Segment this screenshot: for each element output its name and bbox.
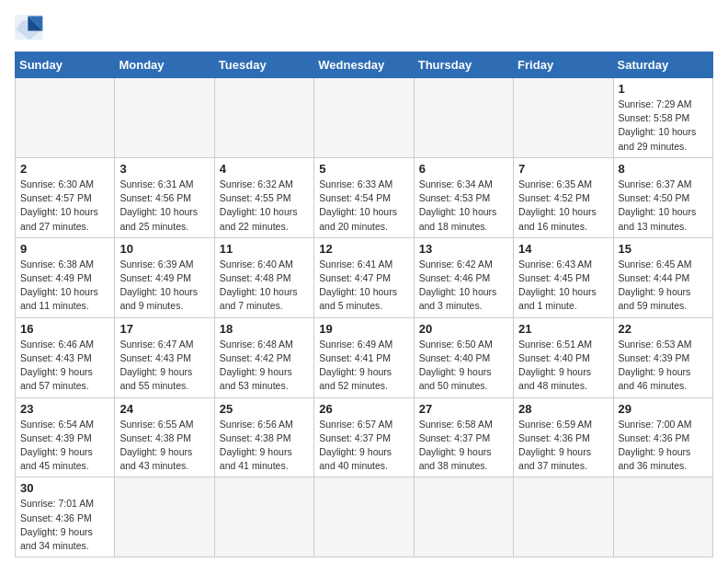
day-number: 11 <box>220 242 309 256</box>
day-info: Sunrise: 7:01 AM Sunset: 4:36 PM Dayligh… <box>20 497 109 553</box>
day-info: Sunrise: 6:39 AM Sunset: 4:49 PM Dayligh… <box>119 258 209 314</box>
week-row-4: 16Sunrise: 6:46 AM Sunset: 4:43 PM Dayli… <box>16 317 713 397</box>
day-cell <box>314 477 414 557</box>
day-cell <box>514 477 613 557</box>
day-cell: 28Sunrise: 6:59 AM Sunset: 4:36 PM Dayli… <box>514 397 613 477</box>
day-cell <box>115 477 214 557</box>
col-header-tuesday: Tuesday <box>214 52 313 78</box>
day-cell <box>115 78 214 158</box>
day-info: Sunrise: 6:31 AM Sunset: 4:56 PM Dayligh… <box>119 178 209 234</box>
day-number: 5 <box>319 162 408 176</box>
day-info: Sunrise: 6:37 AM Sunset: 4:50 PM Dayligh… <box>619 178 708 234</box>
logo-icon <box>15 15 44 40</box>
day-cell: 20Sunrise: 6:50 AM Sunset: 4:40 PM Dayli… <box>414 317 513 397</box>
day-cell <box>414 477 513 557</box>
day-number: 19 <box>319 322 408 336</box>
week-row-5: 23Sunrise: 6:54 AM Sunset: 4:39 PM Dayli… <box>16 397 713 477</box>
day-cell: 16Sunrise: 6:46 AM Sunset: 4:43 PM Dayli… <box>16 317 115 397</box>
day-cell: 9Sunrise: 6:38 AM Sunset: 4:49 PM Daylig… <box>16 237 115 317</box>
day-cell <box>214 477 313 557</box>
day-info: Sunrise: 6:58 AM Sunset: 4:37 PM Dayligh… <box>419 418 508 474</box>
calendar-table: SundayMondayTuesdayWednesdayThursdayFrid… <box>15 52 713 557</box>
day-cell: 18Sunrise: 6:48 AM Sunset: 4:42 PM Dayli… <box>214 317 313 397</box>
day-cell: 11Sunrise: 6:40 AM Sunset: 4:48 PM Dayli… <box>214 237 313 317</box>
day-number: 13 <box>419 242 508 256</box>
day-number: 26 <box>319 402 408 416</box>
logo <box>15 15 48 40</box>
day-number: 6 <box>419 162 508 176</box>
col-header-saturday: Saturday <box>613 52 712 78</box>
day-info: Sunrise: 6:51 AM Sunset: 4:40 PM Dayligh… <box>518 338 608 394</box>
day-info: Sunrise: 6:45 AM Sunset: 4:44 PM Dayligh… <box>619 258 708 314</box>
day-cell: 17Sunrise: 6:47 AM Sunset: 4:43 PM Dayli… <box>115 317 214 397</box>
day-cell: 26Sunrise: 6:57 AM Sunset: 4:37 PM Dayli… <box>314 397 414 477</box>
col-header-friday: Friday <box>514 52 613 78</box>
day-cell: 12Sunrise: 6:41 AM Sunset: 4:47 PM Dayli… <box>314 237 414 317</box>
week-row-6: 30Sunrise: 7:01 AM Sunset: 4:36 PM Dayli… <box>16 477 713 557</box>
day-number: 3 <box>119 162 209 176</box>
day-cell: 29Sunrise: 7:00 AM Sunset: 4:36 PM Dayli… <box>613 397 712 477</box>
day-cell: 19Sunrise: 6:49 AM Sunset: 4:41 PM Dayli… <box>314 317 414 397</box>
day-cell: 13Sunrise: 6:42 AM Sunset: 4:46 PM Dayli… <box>414 237 513 317</box>
day-info: Sunrise: 6:38 AM Sunset: 4:49 PM Dayligh… <box>20 258 109 314</box>
day-number: 10 <box>119 242 209 256</box>
day-number: 9 <box>20 242 109 256</box>
day-cell: 15Sunrise: 6:45 AM Sunset: 4:44 PM Dayli… <box>613 237 712 317</box>
day-number: 27 <box>419 402 508 416</box>
day-number: 30 <box>20 481 109 495</box>
day-cell: 1Sunrise: 7:29 AM Sunset: 5:58 PM Daylig… <box>613 78 712 158</box>
day-number: 15 <box>619 242 708 256</box>
day-cell <box>613 477 712 557</box>
day-number: 20 <box>419 322 508 336</box>
col-header-sunday: Sunday <box>16 52 115 78</box>
day-number: 28 <box>518 402 608 416</box>
day-cell: 6Sunrise: 6:34 AM Sunset: 4:53 PM Daylig… <box>414 157 513 237</box>
day-number: 17 <box>119 322 209 336</box>
day-cell <box>514 78 613 158</box>
day-info: Sunrise: 6:54 AM Sunset: 4:39 PM Dayligh… <box>20 418 109 474</box>
day-info: Sunrise: 6:49 AM Sunset: 4:41 PM Dayligh… <box>319 338 408 394</box>
day-info: Sunrise: 6:53 AM Sunset: 4:39 PM Dayligh… <box>619 338 708 394</box>
day-info: Sunrise: 6:57 AM Sunset: 4:37 PM Dayligh… <box>319 418 408 474</box>
day-number: 22 <box>619 322 708 336</box>
day-info: Sunrise: 7:00 AM Sunset: 4:36 PM Dayligh… <box>619 418 708 474</box>
day-cell: 25Sunrise: 6:56 AM Sunset: 4:38 PM Dayli… <box>214 397 313 477</box>
day-number: 12 <box>319 242 408 256</box>
day-number: 25 <box>220 402 309 416</box>
day-cell: 4Sunrise: 6:32 AM Sunset: 4:55 PM Daylig… <box>214 157 313 237</box>
day-info: Sunrise: 6:35 AM Sunset: 4:52 PM Dayligh… <box>518 178 608 234</box>
day-info: Sunrise: 6:59 AM Sunset: 4:36 PM Dayligh… <box>518 418 608 474</box>
day-cell: 22Sunrise: 6:53 AM Sunset: 4:39 PM Dayli… <box>613 317 712 397</box>
day-number: 8 <box>619 162 708 176</box>
day-number: 29 <box>619 402 708 416</box>
day-cell: 10Sunrise: 6:39 AM Sunset: 4:49 PM Dayli… <box>115 237 214 317</box>
day-info: Sunrise: 6:33 AM Sunset: 4:54 PM Dayligh… <box>319 178 408 234</box>
col-header-wednesday: Wednesday <box>314 52 414 78</box>
week-row-3: 9Sunrise: 6:38 AM Sunset: 4:49 PM Daylig… <box>16 237 713 317</box>
col-header-monday: Monday <box>115 52 214 78</box>
header <box>15 15 713 40</box>
day-info: Sunrise: 6:50 AM Sunset: 4:40 PM Dayligh… <box>419 338 508 394</box>
day-info: Sunrise: 6:41 AM Sunset: 4:47 PM Dayligh… <box>319 258 408 314</box>
day-info: Sunrise: 6:46 AM Sunset: 4:43 PM Dayligh… <box>20 338 109 394</box>
day-info: Sunrise: 6:30 AM Sunset: 4:57 PM Dayligh… <box>20 178 109 234</box>
day-cell: 14Sunrise: 6:43 AM Sunset: 4:45 PM Dayli… <box>514 237 613 317</box>
day-number: 16 <box>20 322 109 336</box>
day-number: 18 <box>220 322 309 336</box>
day-info: Sunrise: 6:43 AM Sunset: 4:45 PM Dayligh… <box>518 258 608 314</box>
day-cell: 7Sunrise: 6:35 AM Sunset: 4:52 PM Daylig… <box>514 157 613 237</box>
day-info: Sunrise: 6:47 AM Sunset: 4:43 PM Dayligh… <box>119 338 209 394</box>
day-info: Sunrise: 6:34 AM Sunset: 4:53 PM Dayligh… <box>419 178 508 234</box>
day-number: 14 <box>518 242 608 256</box>
day-cell <box>414 78 513 158</box>
day-info: Sunrise: 6:48 AM Sunset: 4:42 PM Dayligh… <box>220 338 309 394</box>
day-number: 23 <box>20 402 109 416</box>
day-cell: 30Sunrise: 7:01 AM Sunset: 4:36 PM Dayli… <box>16 477 115 557</box>
header-row: SundayMondayTuesdayWednesdayThursdayFrid… <box>16 52 713 78</box>
day-cell: 3Sunrise: 6:31 AM Sunset: 4:56 PM Daylig… <box>115 157 214 237</box>
week-row-2: 2Sunrise: 6:30 AM Sunset: 4:57 PM Daylig… <box>16 157 713 237</box>
day-number: 7 <box>518 162 608 176</box>
day-info: Sunrise: 6:56 AM Sunset: 4:38 PM Dayligh… <box>220 418 309 474</box>
day-cell: 21Sunrise: 6:51 AM Sunset: 4:40 PM Dayli… <box>514 317 613 397</box>
col-header-thursday: Thursday <box>414 52 513 78</box>
